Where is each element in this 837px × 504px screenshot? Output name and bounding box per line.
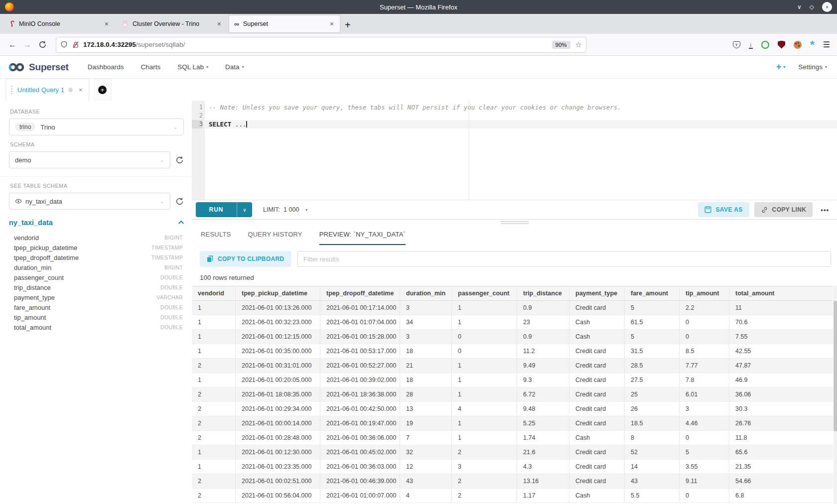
table-cell: 2021-06-01 00:02:51.000 (236, 474, 320, 488)
table-header-cell: trip_distance (517, 286, 569, 300)
table-cell: 2021-06-01 00:42:50.000 (320, 402, 400, 416)
tab-preview[interactable]: PREVIEW: `NY_TAXI_DATA` (319, 224, 406, 245)
privacy-extension-icon[interactable] (761, 41, 769, 49)
forward-icon[interactable]: → (20, 37, 35, 52)
nav-item-data[interactable]: Data▾ (225, 63, 244, 71)
superset-infinity-icon (8, 63, 25, 72)
tab-close-icon[interactable]: × (328, 20, 336, 28)
table-cell: 43 (625, 474, 680, 488)
zoom-level-badge[interactable]: 90% (552, 41, 570, 49)
downloads-icon[interactable]: ↓ (749, 41, 753, 49)
window-close-icon[interactable]: × (822, 2, 832, 12)
table-cell: 0 (680, 330, 729, 344)
sql-editor[interactable]: 1 2 3 -- Note: Unless you save your quer… (192, 101, 837, 200)
bookmark-star-icon[interactable]: ☆ (575, 40, 582, 49)
column-type: BIGINT (164, 264, 183, 270)
window-minimize-icon[interactable]: ∨ (797, 4, 802, 10)
results-table-wrap: vendoridtpep_pickup_datetimetpep_dropoff… (192, 286, 837, 504)
browser-tab-minio[interactable]: MinIO Console × (4, 15, 115, 32)
table-cell: Cash (569, 330, 625, 344)
table-header-cell: payment_type (569, 286, 625, 300)
back-icon[interactable]: ← (5, 37, 20, 52)
drag-handle-icon[interactable] (11, 88, 12, 90)
table-cell: 54.66 (729, 474, 833, 488)
menu-hamburger-icon[interactable]: ☰ (823, 40, 830, 49)
nav-item-charts[interactable]: Charts (141, 63, 161, 71)
schema-select[interactable]: demo ⌄ (9, 151, 170, 168)
table-cell: 0.9 (517, 301, 569, 315)
asterisk-extension-icon[interactable]: * (810, 42, 815, 47)
column-type: DOUBLE (160, 284, 183, 290)
filter-results-input[interactable] (297, 251, 831, 267)
table-row: 12021-06-01 00:35:00.0002021-06-01 00:53… (192, 344, 833, 359)
database-select[interactable]: trino Trino ⌄ (9, 119, 184, 135)
tab-close-icon[interactable]: × (215, 20, 223, 28)
save-as-button[interactable]: SAVE AS (698, 202, 749, 217)
table-cell: 2021-06-01 00:28:48.000 (236, 431, 320, 445)
run-button[interactable]: RUN ∨ (196, 202, 252, 217)
table-cell: 2021-06-01 01:07:04.000 (320, 315, 400, 329)
copy-to-clipboard-button[interactable]: COPY TO CLIPBOARD (200, 251, 291, 267)
add-new-button[interactable]: +▾ (776, 62, 786, 72)
column-name: tpep_pickup_datetime (14, 244, 77, 252)
copy-link-button[interactable]: COPY LINK (754, 202, 813, 217)
cookie-extension-icon[interactable] (794, 41, 802, 49)
table-cell: 4.3 (517, 460, 569, 474)
table-cell: 1 (192, 315, 236, 329)
nav-item-dashboards[interactable]: Dashboards (88, 63, 124, 71)
browser-tab-superset[interactable]: ∞ Superset × (229, 15, 340, 32)
settings-menu[interactable]: Settings▾ (798, 63, 827, 71)
chevron-down-icon: ⌄ (160, 157, 164, 163)
table-scrollbar[interactable] (834, 286, 837, 504)
limit-dropdown[interactable]: LIMIT: 1 000 ▾ (263, 206, 307, 213)
url-bar[interactable]: 172.18.0.4:32295/superset/sqllab/ 90% ☆ (56, 37, 586, 53)
refresh-table-icon[interactable] (175, 197, 184, 206)
query-tab-close-icon[interactable]: × (79, 86, 83, 94)
browser-tab-trino[interactable]: Cluster Overview - Trino × (117, 15, 227, 32)
table-cell: 2 (192, 431, 236, 445)
lock-insecure-icon[interactable] (72, 41, 79, 48)
table-schema-header[interactable]: ny_taxi_data (9, 219, 184, 227)
table-column-row: fare_amountDOUBLE (9, 302, 184, 312)
table-cell: 2 (192, 359, 236, 373)
run-dropdown-icon[interactable]: ∨ (237, 202, 252, 217)
table-cell: 26 (625, 402, 680, 416)
table-cell: 2021-06-01 00:29:34.000 (236, 402, 320, 416)
caret-down-icon: ▾ (825, 65, 827, 69)
splitter-grip-icon[interactable] (501, 221, 529, 224)
editor-code[interactable]: -- Note: Unless you save your query, the… (205, 101, 837, 200)
run-button-label[interactable]: RUN (196, 202, 237, 217)
more-options-button[interactable]: ••• (818, 206, 832, 214)
new-tab-button[interactable]: + (342, 19, 356, 34)
tab-results[interactable]: RESULTS (201, 224, 231, 245)
shield-icon[interactable] (60, 41, 68, 48)
table-cell: 14 (625, 460, 680, 474)
nav-item-sql-lab[interactable]: SQL Lab▾ (177, 63, 208, 71)
window-maximize-icon[interactable]: ◇ (810, 4, 814, 10)
superset-logo[interactable]: Superset (8, 62, 69, 73)
add-query-tab[interactable]: + (94, 79, 112, 101)
table-cell: 6.01 (680, 387, 729, 401)
pocket-icon[interactable]: ∨ (733, 41, 740, 48)
table-cell: 52 (625, 445, 680, 459)
sql-lab-sidebar: DATABASE trino Trino ⌄ SCHEMA demo ⌄ (0, 101, 192, 504)
query-tab-active[interactable]: Untitled Query 1 × (5, 79, 89, 101)
table-cell: 1.17 (517, 489, 569, 503)
table-row: 22021-06-01 00:56:04.0002021-06-01 01:00… (192, 489, 833, 503)
column-type: DOUBLE (160, 314, 183, 320)
tab-close-icon[interactable]: × (103, 20, 111, 28)
table-select[interactable]: ny_taxi_data ⌄ (9, 193, 170, 210)
table-value: ny_taxi_data (25, 198, 62, 205)
pane-splitter[interactable] (192, 219, 837, 224)
table-column-row: tpep_pickup_datetimeTIMESTAMP (9, 243, 184, 252)
ublock-origin-icon[interactable] (778, 41, 785, 49)
table-cell: 19 (400, 416, 452, 430)
table-scrollbar-thumb[interactable] (834, 301, 837, 431)
url-path: /superset/sqllab/ (136, 41, 185, 48)
table-cell: 1 (192, 373, 236, 387)
tab-query-history[interactable]: QUERY HISTORY (248, 224, 302, 245)
refresh-schema-icon[interactable] (175, 156, 184, 164)
reload-icon[interactable] (35, 37, 50, 52)
chevron-up-icon[interactable] (178, 221, 184, 226)
browser-tab-title: Superset (243, 20, 268, 27)
